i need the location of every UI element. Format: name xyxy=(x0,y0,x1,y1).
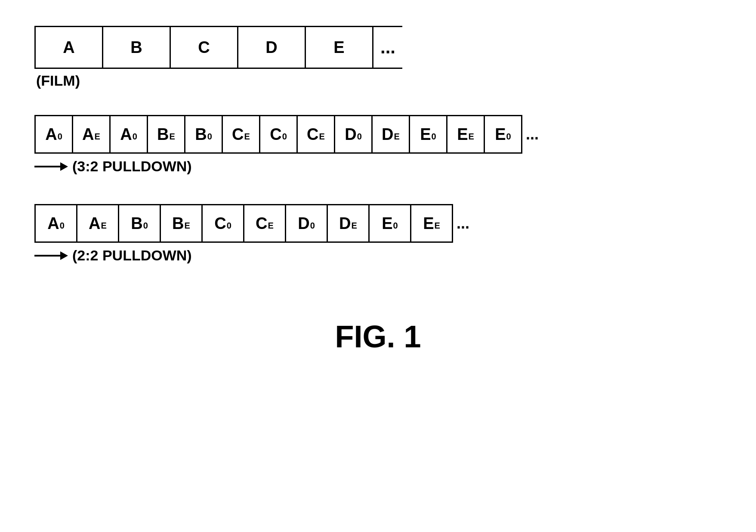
pd22-cell-9: EE xyxy=(410,204,453,243)
pd32-arrow-line xyxy=(34,166,60,167)
pd22-arrow xyxy=(34,251,68,260)
pd32-cell-9: DE xyxy=(371,115,410,154)
pulldown32-row: A0 AE A0 BE B0 CE C0 xyxy=(34,115,722,154)
pd22-cell-7: DE xyxy=(327,204,370,243)
diagram-container: A B C D E ... (FILM) A0 xyxy=(34,26,722,354)
film-cell-E: E xyxy=(305,26,373,69)
figure-label: FIG. 1 xyxy=(34,285,722,354)
pd32-cell-4: B0 xyxy=(184,115,223,154)
film-cell-C: C xyxy=(170,26,238,69)
pd22-arrow-line xyxy=(34,255,60,257)
film-ellipsis: ... xyxy=(373,26,402,69)
pd32-cell-0: A0 xyxy=(34,115,73,154)
pd22-cell-2: B0 xyxy=(118,204,161,243)
pd22-cell-8: E0 xyxy=(368,204,411,243)
pd32-arrow-head xyxy=(60,162,68,171)
film-label: (FILM) xyxy=(34,72,722,89)
pulldown22-row: A0 AE B0 BE C0 CE D0 xyxy=(34,204,722,243)
pd22-cell-3: BE xyxy=(160,204,203,243)
pulldown32-section: A0 AE A0 BE B0 CE C0 xyxy=(34,115,722,178)
pd32-cell-10: E0 xyxy=(409,115,447,154)
pd22-cell-6: D0 xyxy=(285,204,328,243)
pd32-cell-12: E0 xyxy=(484,115,522,154)
pd32-arrow-row: (3:2 PULLDOWN) xyxy=(34,158,722,175)
film-section: A B C D E ... (FILM) xyxy=(34,26,722,89)
pd22-cell-5: CE xyxy=(243,204,286,243)
pulldown22-section: A0 AE B0 BE C0 CE D0 xyxy=(34,204,722,267)
pd22-cell-1: AE xyxy=(76,204,119,243)
pd32-label: (3:2 PULLDOWN) xyxy=(72,158,192,175)
pd22-arrow-row: (2:2 PULLDOWN) xyxy=(34,247,722,264)
pd32-cell-3: BE xyxy=(147,115,185,154)
pd22-arrow-head xyxy=(60,251,68,260)
pd32-cell-8: D0 xyxy=(334,115,373,154)
pd22-label: (2:2 PULLDOWN) xyxy=(72,247,192,264)
pd32-cell-2: A0 xyxy=(109,115,148,154)
pd32-cell-7: CE xyxy=(296,115,335,154)
pd32-ellipsis: ... xyxy=(522,115,539,154)
film-cell-A: A xyxy=(34,26,103,69)
pd22-cell-0: A0 xyxy=(34,204,77,243)
pd32-cell-1: AE xyxy=(72,115,111,154)
film-cell-B: B xyxy=(102,26,171,69)
pd32-cell-6: C0 xyxy=(259,115,298,154)
pd32-cell-11: EE xyxy=(446,115,485,154)
film-row: A B C D E ... xyxy=(34,26,722,69)
film-cell-D: D xyxy=(237,26,306,69)
pd22-ellipsis: ... xyxy=(453,204,469,243)
pd32-cell-5: CE xyxy=(222,115,260,154)
pd22-cell-4: C0 xyxy=(201,204,244,243)
pd32-arrow xyxy=(34,162,68,171)
